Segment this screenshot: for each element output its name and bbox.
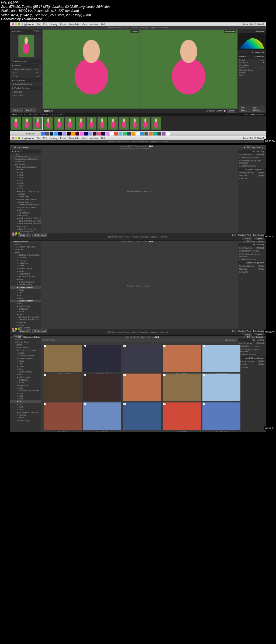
menubar: Lightroom FileEditLibraryPhotoMetadataVi… [10, 22, 266, 26]
import-button[interactable]: Import... [11, 108, 23, 112]
select-photo[interactable]: Select [43, 30, 140, 109]
file-info: File: (5).MP4 Size: 57848017 bytes (55.1… [0, 0, 276, 22]
import-button[interactable]: Import [254, 237, 264, 240]
window-title: Lightroom How To.lrcat - Adobe Photoshop… [10, 26, 266, 29]
frame-2: Select a source▸ Copy as DNG · Copy · Mo… [10, 145, 266, 239]
frame-4: FROM Seagat…s Drive▸ Copy as DNG · Copy … [10, 335, 266, 431]
filmstrip[interactable] [10, 116, 266, 131]
frame-3: Select a source▸ Copy as DNG · Copy · Mo… [10, 240, 266, 334]
select-source[interactable]: Select a source [13, 146, 27, 148]
export-button[interactable]: Export... [24, 108, 36, 112]
candidate-photo[interactable]: Candidate [140, 30, 237, 109]
folders-header[interactable]: ▼ Folders+ [10, 63, 42, 67]
navigator-thumb[interactable] [18, 35, 34, 57]
timestamp: 00:00:36 [264, 139, 276, 143]
dock: Desktop [10, 131, 266, 136]
frame-1: Lightroom FileEditLibraryPhotoMetadataVi… [10, 22, 266, 143]
